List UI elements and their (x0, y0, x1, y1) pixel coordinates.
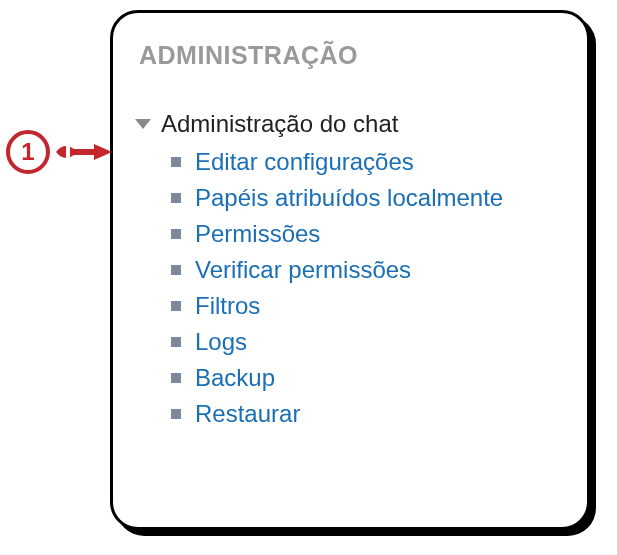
bullet-icon (171, 373, 181, 383)
svg-rect-0 (66, 146, 70, 158)
list-item: Editar configurações (171, 148, 561, 176)
list-item: Restaurar (171, 400, 561, 428)
section-header[interactable]: Administração do chat (135, 110, 561, 138)
pointer-hand-icon (54, 137, 114, 167)
bullet-icon (171, 409, 181, 419)
callout-badge: 1 (6, 130, 50, 174)
bullet-icon (171, 337, 181, 347)
section-label: Administração do chat (161, 110, 398, 138)
section-items: Editar configurações Papéis atribuídos l… (171, 148, 561, 428)
chevron-down-icon (135, 119, 151, 129)
bullet-icon (171, 301, 181, 311)
list-item: Permissões (171, 220, 561, 248)
link-local-roles[interactable]: Papéis atribuídos localmente (195, 184, 503, 212)
callout-number: 1 (21, 138, 34, 166)
list-item: Filtros (171, 292, 561, 320)
list-item: Logs (171, 328, 561, 356)
list-item: Verificar permissões (171, 256, 561, 284)
bullet-icon (171, 265, 181, 275)
link-backup[interactable]: Backup (195, 364, 275, 392)
link-permissions[interactable]: Permissões (195, 220, 320, 248)
admin-panel: ADMINISTRAÇÃO Administração do chat Edit… (110, 10, 590, 530)
callout-marker: 1 (6, 130, 114, 174)
panel-title: ADMINISTRAÇÃO (139, 41, 561, 70)
link-filters[interactable]: Filtros (195, 292, 260, 320)
link-logs[interactable]: Logs (195, 328, 247, 356)
list-item: Backup (171, 364, 561, 392)
bullet-icon (171, 229, 181, 239)
link-edit-settings[interactable]: Editar configurações (195, 148, 414, 176)
link-check-permissions[interactable]: Verificar permissões (195, 256, 411, 284)
link-restore[interactable]: Restaurar (195, 400, 300, 428)
list-item: Papéis atribuídos localmente (171, 184, 561, 212)
bullet-icon (171, 193, 181, 203)
bullet-icon (171, 157, 181, 167)
